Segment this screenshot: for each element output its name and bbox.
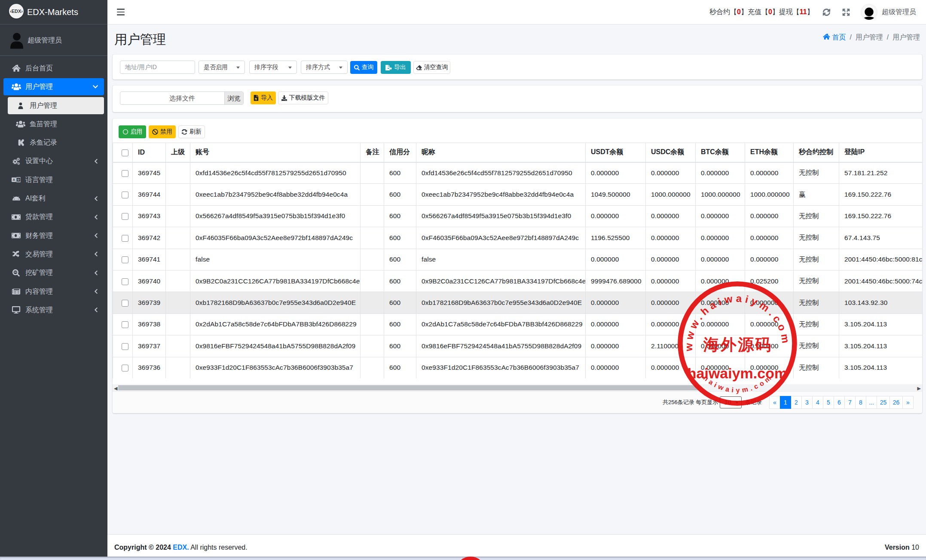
- svg-text:海外源码: 海外源码: [703, 336, 772, 353]
